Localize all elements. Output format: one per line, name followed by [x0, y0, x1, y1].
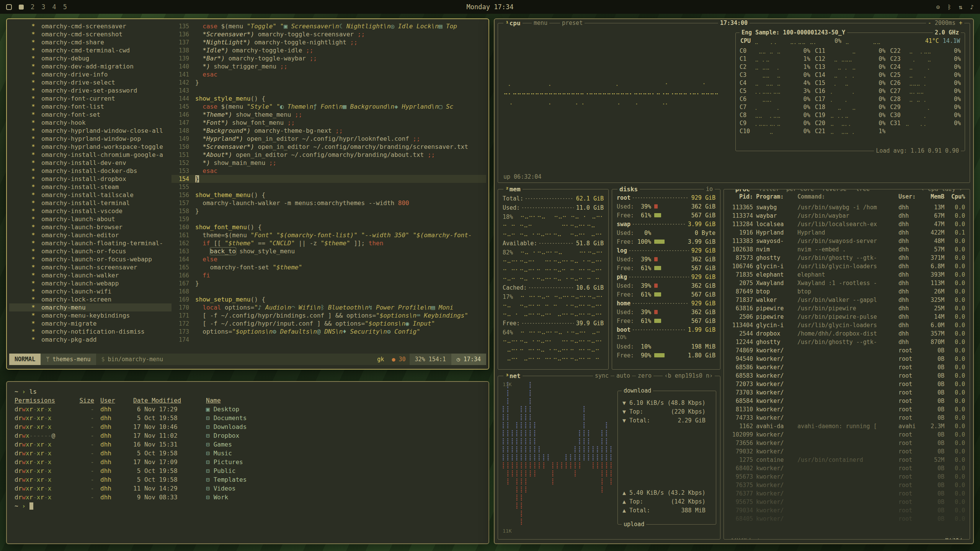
dir-name[interactable]: ⊟Public [200, 467, 481, 474]
process-row[interactable]: 2075XwaylandXwayland :1 -rootless -dhh11… [725, 279, 969, 287]
process-row[interactable]: 68584kworker/root0B0.0 [725, 397, 969, 405]
code-line[interactable]: 157 omarchy-launch-walker -m menus:omarc… [172, 199, 486, 207]
code-line[interactable]: 174 [172, 336, 486, 344]
process-row[interactable]: 102638nvimnvim --embed .dhh57M0.0 [725, 245, 969, 254]
file-item[interactable]: *omarchy-drive-select [9, 78, 172, 86]
diagnostics-count[interactable]: ● 30 [388, 354, 409, 365]
code-line[interactable]: 135 case $(menu "Toggle" "▣ Screensaver\… [172, 22, 486, 30]
file-item[interactable]: *omarchy-cmd-screenshot [9, 30, 172, 38]
file-item[interactable]: *omarchy-install-vscode [9, 207, 172, 215]
code-line[interactable]: 149 *Hyprland*) open_in_editor ~/.config… [172, 135, 486, 143]
process-row[interactable]: 102099kworker/root0B0.0 [725, 430, 969, 439]
process-row[interactable]: 79032kworker/root0B0.0 [725, 447, 969, 456]
file-item[interactable]: *omarchy-install-steam [9, 183, 172, 191]
file-item[interactable]: *omarchy-install-chromium-google-a [9, 151, 172, 159]
process-row[interactable]: 113365swaybg/usr/bin/swaybg -i /homdhh13… [725, 203, 969, 212]
dir-name[interactable]: ⊟Downloads [200, 423, 481, 430]
file-item[interactable]: *omarchy-launch-or-focus-webapp [9, 255, 172, 263]
process-row[interactable]: 71837walker/usr/bin/walker --gappldhh325… [725, 296, 969, 304]
dir-name[interactable]: ⊟Games [200, 441, 481, 448]
file-item[interactable]: *omarchy-hyprland-window-close-all [9, 127, 172, 135]
file-item[interactable]: *omarchy-notification-dismiss [9, 328, 172, 336]
dir-name[interactable]: ⊟Videos [200, 485, 481, 492]
code-line[interactable]: 170 local options="♪ Audio\n◠ Wifi\nᛒ Bl… [172, 303, 486, 311]
code-line[interactable]: 146 *Theme*) show_theme_menu ;; [172, 111, 486, 119]
file-item[interactable]: *omarchy-menu [9, 303, 172, 311]
file-item[interactable]: *omarchy-install-docker-dbs [9, 167, 172, 175]
code-line[interactable]: 163 back_to show_style_menu [172, 247, 486, 255]
workspace-5[interactable]: 5 [63, 3, 67, 11]
code-line[interactable]: 165 omarchy-font-set "$theme" [172, 263, 486, 271]
code-line[interactable]: 141 esac [172, 70, 486, 78]
code-line[interactable]: 140 *) show_trigger_menu ;; [172, 62, 486, 70]
process-row[interactable]: 81310kworker/root0B0.0 [725, 405, 969, 414]
file-item[interactable]: *omarchy-menu-keybindings [9, 311, 172, 320]
net-zero-toggle[interactable]: zero [636, 372, 653, 380]
btop-window[interactable]: ¹cpu menu preset 17:34:00 - 2000ms + ⠀⠂⠀… [494, 18, 974, 544]
bluetooth-icon[interactable]: ᛒ [947, 3, 951, 11]
process-row[interactable]: 95675kworker/root0B0.0 [725, 498, 969, 506]
code-line[interactable]: 164 else [172, 255, 486, 263]
file-item[interactable]: *omarchy-drive-set-password [9, 86, 172, 95]
file-item[interactable]: *omarchy-hyprland-window-pop [9, 135, 172, 143]
process-row[interactable]: 2544dropbox/home/dhh/.dropbox-distdhh357… [725, 329, 969, 338]
code-line[interactable]: 138 *Idle*) omarchy-toggle-idle ;; [172, 46, 486, 54]
code-line[interactable]: 158} [172, 207, 486, 215]
file-item[interactable]: *omarchy-install-dev-env [9, 159, 172, 167]
process-row[interactable]: 74869kworker/root0B0.0 [725, 346, 969, 355]
file-item[interactable]: *omarchy-dev-add-migration [9, 62, 172, 70]
process-row[interactable]: 76375kworker/root0B0.0 [725, 481, 969, 489]
file-item[interactable]: *omarchy-launch-wifi [9, 287, 172, 295]
process-row[interactable]: 68586kworker/root0B0.0 [725, 363, 969, 372]
file-item[interactable]: *omarchy-drive-info [9, 70, 172, 78]
code-line[interactable]: 152 *) show_main_menu ;; [172, 159, 486, 167]
code-line[interactable]: 143 [172, 86, 486, 95]
git-branch[interactable]: ᛘthemes-menu [41, 354, 96, 365]
code-line[interactable]: 155 [172, 183, 486, 191]
process-row[interactable]: 73656kworker/root0B0.0 [725, 439, 969, 447]
file-item[interactable]: *omarchy-cmd-terminal-cwd [9, 46, 172, 54]
process-row[interactable]: 76377kworker/root0B0.0 [725, 489, 969, 498]
menu-button[interactable]: menu [532, 20, 549, 27]
tree-toggle[interactable]: tree [854, 189, 872, 193]
network-icon[interactable]: ⇅ [959, 3, 963, 11]
file-item[interactable]: *omarchy-debug [9, 54, 172, 62]
workspace-3[interactable]: 3 [41, 3, 45, 11]
sort-selector[interactable]: ‹ cpu lazy › [919, 189, 964, 193]
terminal-body[interactable]: ~ › lsPermissionsSizeUserDate ModifiedNa… [15, 387, 481, 538]
per-core-toggle[interactable]: per-core [784, 189, 816, 193]
file-list[interactable]: *omarchy-cmd-screensaver*omarchy-cmd-scr… [9, 22, 172, 350]
dir-name[interactable]: ⊟Templates [200, 476, 481, 483]
code-line[interactable]: 160show_font_menu() { [172, 223, 486, 231]
volume-icon[interactable]: ♪ [970, 3, 974, 11]
reverse-toggle[interactable]: reverse [820, 189, 848, 193]
code-line[interactable]: 154} [172, 175, 486, 183]
code-line[interactable]: 166 fi [172, 271, 486, 279]
code-line[interactable]: 136 *Screensaver*) omarchy-toggle-screen… [172, 30, 486, 38]
code-line[interactable]: 148 *Background*) omarchy-theme-bg-next … [172, 127, 486, 135]
workspace-2[interactable]: 2 [31, 3, 34, 11]
editor-window[interactable]: *omarchy-cmd-screensaver*omarchy-cmd-scr… [6, 18, 489, 370]
preset-button[interactable]: preset [560, 20, 585, 27]
net-auto-toggle[interactable]: auto [614, 372, 632, 380]
code-line[interactable]: 144show_style_menu() { [172, 95, 486, 103]
file-item[interactable]: *omarchy-launch-walker [9, 271, 172, 279]
code-line[interactable]: 137 *NightLight*) omarchy-toggle-nightli… [172, 38, 486, 46]
file-item[interactable]: *omarchy-launch-about [9, 215, 172, 223]
code-lines[interactable]: 135 case $(menu "Toggle" "▣ Screensaver\… [172, 22, 486, 350]
process-row[interactable]: 68405kworker/root0B0.0 [725, 515, 969, 523]
code-line[interactable]: 145 case $(menu "Style" "◐ Theme\nƒ Font… [172, 103, 486, 111]
dir-name[interactable]: ▣Desktop [200, 406, 481, 413]
dir-name[interactable]: ⊟Pictures [200, 458, 481, 466]
code-line[interactable]: 171 [ -f ~/.config/hypr/bindings.conf ] … [172, 311, 486, 320]
code-line[interactable]: 169show_setup_menu() { [172, 295, 486, 303]
file-item[interactable]: *omarchy-install-tailscale [9, 191, 172, 199]
code-line[interactable]: 173 options="$options\n⚙ Defaults\n@ DNS… [172, 328, 486, 336]
file-item[interactable]: *omarchy-pkg-add [9, 336, 172, 344]
process-row[interactable]: 106746glycin-i/usr/lib/glycin-loadersdhh… [725, 262, 969, 271]
code-line[interactable]: 153 esac [172, 167, 486, 175]
workspace-4[interactable]: 4 [52, 3, 56, 11]
dir-name[interactable]: ⊟Documents [200, 414, 481, 422]
code-line[interactable]: 150 *Screensaver*) open_in_editor ~/.con… [172, 143, 486, 151]
file-item[interactable]: *omarchy-hook [9, 119, 172, 127]
